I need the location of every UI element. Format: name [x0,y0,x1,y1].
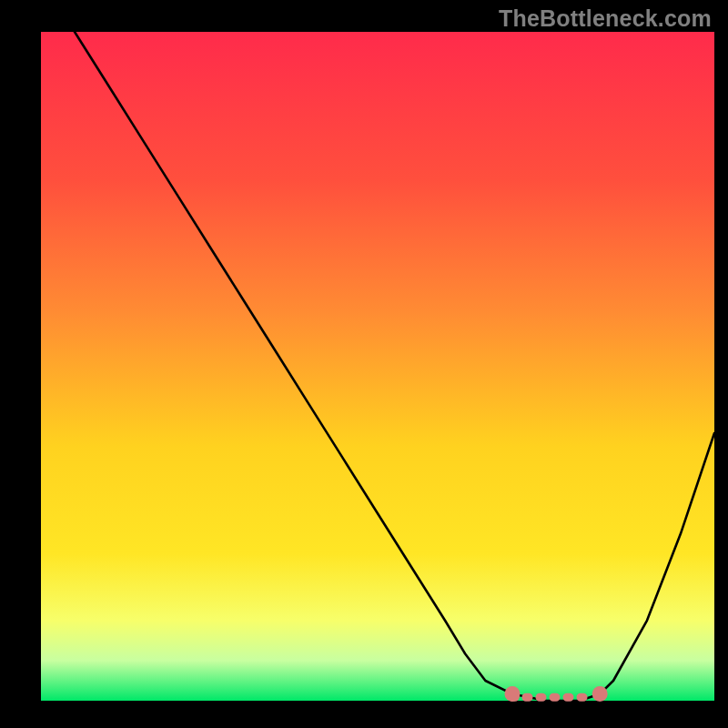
watermark-text: TheBottleneck.com [499,5,712,32]
flat-start-marker [505,686,521,702]
plot-background [41,32,714,701]
chart-frame: TheBottleneck.com [0,0,728,728]
chart-svg [0,0,728,728]
flat-end-marker [592,686,608,702]
